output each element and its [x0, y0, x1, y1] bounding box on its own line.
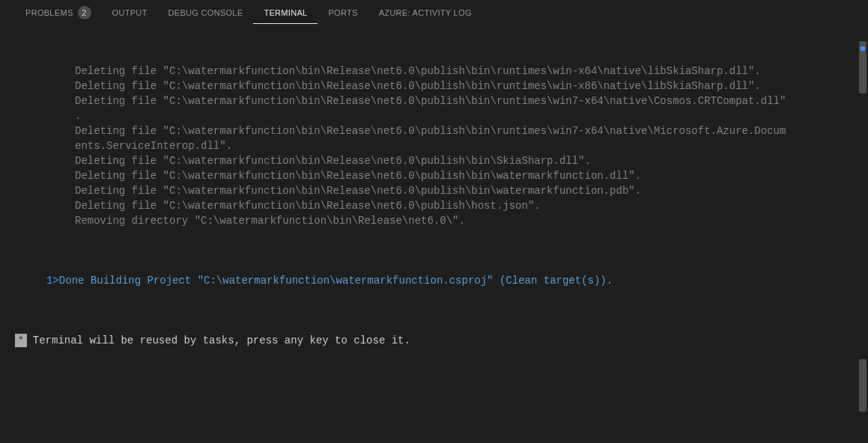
- tab-azure-activity-log[interactable]: AZURE: ACTIVITY LOG: [368, 2, 482, 23]
- tab-terminal[interactable]: TERMINAL: [253, 2, 318, 24]
- terminal-line: Removing directory "C:\watermarkfunction…: [15, 213, 862, 228]
- scrollbar-thumb[interactable]: [859, 359, 867, 412]
- tab-ports-label: PORTS: [328, 8, 357, 17]
- tab-problems[interactable]: PROBLEMS 2: [15, 0, 102, 25]
- terminal-line: Deleting file "C:\watermarkfunction\bin\…: [15, 168, 862, 183]
- terminal-line: Deleting file "C:\watermarkfunction\bin\…: [15, 94, 862, 109]
- terminal-line: * Terminal will be reused by tasks, pres…: [15, 333, 862, 348]
- terminal-text: Terminal will be reused by tasks, press …: [33, 333, 410, 348]
- terminal-line: ents.ServiceInterop.dll".: [15, 138, 862, 153]
- tab-output[interactable]: OUTPUT: [102, 2, 158, 23]
- tab-terminal-label: TERMINAL: [264, 8, 307, 17]
- tab-ports[interactable]: PORTS: [318, 2, 368, 23]
- tab-output-label: OUTPUT: [112, 8, 148, 17]
- tab-debug-label: DEBUG CONSOLE: [169, 8, 243, 17]
- tab-debug-console[interactable]: DEBUG CONSOLE: [158, 2, 254, 23]
- terminal-line: Deleting file "C:\watermarkfunction\bin\…: [15, 79, 862, 94]
- terminal-line: .: [15, 109, 862, 123]
- overview-ruler-marker: [861, 46, 865, 51]
- task-marker-icon: *: [15, 334, 27, 347]
- terminal-line: Deleting file "C:\watermarkfunction\bin\…: [15, 123, 862, 138]
- panel-tab-bar: PROBLEMS 2 OUTPUT DEBUG CONSOLE TERMINAL…: [0, 0, 868, 26]
- terminal-output[interactable]: Deleting file "C:\watermarkfunction\bin\…: [0, 26, 868, 443]
- terminal-line: 1>Done Building Project "C:\watermarkfun…: [15, 273, 862, 288]
- terminal-line: Deleting file "C:\watermarkfunction\bin\…: [15, 183, 862, 198]
- terminal-line: Deleting file "C:\watermarkfunction\bin\…: [15, 153, 862, 168]
- terminal-line: Deleting file "C:\watermarkfunction\bin\…: [15, 64, 862, 79]
- tab-problems-label: PROBLEMS: [25, 8, 73, 17]
- problems-badge: 2: [78, 6, 91, 19]
- terminal-line: Deleting file "C:\watermarkfunction\bin\…: [15, 198, 862, 213]
- tab-azure-label: AZURE: ACTIVITY LOG: [379, 8, 472, 17]
